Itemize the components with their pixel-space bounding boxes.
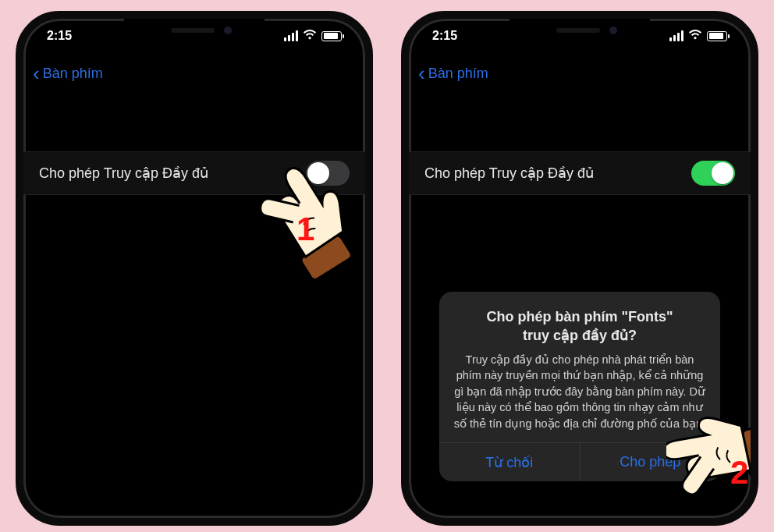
alert-body: Cho phép bàn phím "Fonts" truy cập đầy đ… bbox=[439, 292, 720, 442]
full-access-toggle[interactable] bbox=[306, 161, 350, 186]
phone-frame-right: 2:15 ‹ Bàn phím Cho phép Truy cập Đầy đủ… bbox=[401, 11, 758, 526]
alert-title-line2: truy cập đầy đủ? bbox=[523, 328, 637, 343]
cellular-signal-icon bbox=[669, 30, 683, 41]
alert-allow-button[interactable]: Cho phép bbox=[580, 443, 721, 481]
chevron-left-icon: ‹ bbox=[33, 63, 40, 83]
alert-deny-button[interactable]: Từ chối bbox=[439, 443, 580, 481]
phone-frame-left: 2:15 ‹ Bàn phím Cho phép Truy cập Đầy đủ bbox=[16, 11, 373, 526]
chevron-left-icon: ‹ bbox=[418, 63, 425, 83]
notch bbox=[509, 19, 650, 42]
cellular-signal-icon bbox=[284, 30, 298, 41]
back-label: Bàn phím bbox=[43, 66, 103, 82]
full-access-row[interactable]: Cho phép Truy cập Đầy đủ bbox=[23, 151, 365, 195]
permission-alert: Cho phép bàn phím "Fonts" truy cập đầy đ… bbox=[439, 292, 720, 481]
status-time: 2:15 bbox=[432, 29, 457, 43]
nav-bar: ‹ Bàn phím bbox=[23, 56, 365, 90]
toggle-knob bbox=[712, 162, 733, 184]
back-button[interactable]: ‹ Bàn phím bbox=[418, 63, 488, 83]
alert-title: Cho phép bàn phím "Fonts" truy cập đầy đ… bbox=[453, 307, 706, 346]
nav-bar: ‹ Bàn phím bbox=[409, 56, 751, 90]
back-button[interactable]: ‹ Bàn phím bbox=[33, 63, 103, 83]
status-right bbox=[284, 30, 342, 43]
battery-icon bbox=[321, 31, 342, 41]
battery-icon bbox=[707, 31, 727, 41]
toggle-knob bbox=[307, 162, 329, 184]
step-number-2: 2 bbox=[730, 454, 748, 491]
svg-rect-0 bbox=[300, 234, 353, 282]
full-access-label: Cho phép Truy cập Đầy đủ bbox=[424, 165, 594, 182]
wifi-icon bbox=[688, 30, 702, 43]
alert-buttons: Từ chối Cho phép bbox=[439, 442, 720, 481]
back-label: Bàn phím bbox=[428, 66, 488, 82]
full-access-row[interactable]: Cho phép Truy cập Đầy đủ bbox=[409, 151, 751, 195]
status-right bbox=[669, 30, 727, 43]
alert-title-line1: Cho phép bàn phím "Fonts" bbox=[486, 309, 673, 325]
wifi-icon bbox=[303, 30, 317, 43]
alert-message: Truy cập đầy đủ cho phép nhà phát triển … bbox=[453, 352, 706, 432]
step-number-1: 1 bbox=[296, 211, 314, 248]
notch bbox=[124, 19, 265, 42]
full-access-label: Cho phép Truy cập Đầy đủ bbox=[39, 165, 208, 182]
full-access-toggle[interactable] bbox=[691, 161, 735, 186]
status-time: 2:15 bbox=[47, 29, 72, 43]
svg-rect-1 bbox=[742, 426, 758, 477]
